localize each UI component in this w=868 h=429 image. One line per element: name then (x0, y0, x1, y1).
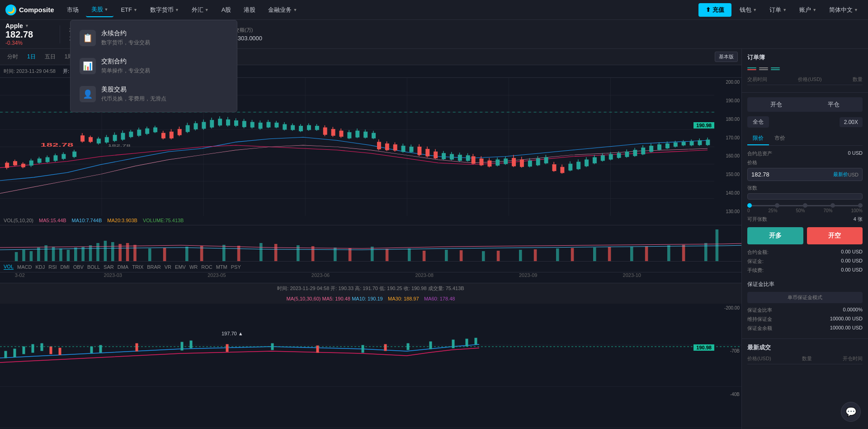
vol-ma10-label: MA10:7.744B (72, 218, 102, 223)
ind-rsi[interactable]: RSI (48, 264, 57, 270)
vol-ma5-label: MA5:15.44B (39, 218, 66, 223)
ind-obv[interactable]: OBV (73, 264, 84, 270)
ob-icon-1[interactable] (747, 65, 756, 72)
svg-rect-243 (0, 304, 741, 429)
ind-dmi[interactable]: DMI (61, 264, 70, 270)
sell-short-button[interactable]: 开空 (807, 227, 863, 244)
ind-macd[interactable]: MACD (17, 264, 32, 270)
leverage-selector[interactable]: 2.00X (840, 117, 863, 127)
time-btn-5d[interactable]: 五日 (41, 52, 59, 62)
nav-forex[interactable]: 外汇 ▼ (186, 3, 214, 17)
ind-vr[interactable]: VR (165, 264, 171, 270)
language-button[interactable]: 简体中文 ▼ (825, 3, 863, 17)
nav-financial[interactable]: 金融业务 ▼ (263, 3, 302, 17)
ob-header-qty: 数量 (853, 76, 863, 83)
basic-version-button[interactable]: 基本版 (715, 52, 738, 62)
leverage-slider-row[interactable]: 0 25% 50% 70% 100% (747, 205, 863, 213)
dropdown-us-trading[interactable]: 👤 美股交易 代币兑换，零费用，无滑点 (71, 80, 237, 108)
time-btn-minute[interactable]: 分时 (4, 52, 22, 62)
ind-vol[interactable]: VOL (4, 264, 14, 270)
ind-sar[interactable]: SAR (104, 264, 114, 270)
svg-rect-236 (460, 250, 463, 261)
stock-price: 182.78 (5, 29, 51, 40)
slider-dot-70[interactable] (830, 203, 835, 208)
margin-rate-label: 保证金比率 (747, 307, 772, 314)
ind-trix[interactable]: TRIX (132, 264, 143, 270)
ind-emv[interactable]: EMV (175, 264, 186, 270)
svg-rect-196 (30, 251, 33, 261)
full-position-button[interactable]: 全仓 (747, 116, 769, 128)
fee-label: 手续费: (747, 267, 764, 274)
nav-crypto[interactable]: 数字货币 ▼ (145, 3, 184, 17)
svg-rect-203 (81, 247, 85, 261)
slider-dot-25[interactable] (775, 203, 779, 208)
nav-us-stocks[interactable]: 美股 ▼ (86, 3, 114, 17)
chart-bottom-info: 时间: 2023-11-29 04:58 开: 190.33 高: 191.70… (277, 286, 464, 291)
ind-roc[interactable]: ROC (201, 264, 212, 270)
svg-rect-173 (642, 148, 645, 154)
open-position-tab[interactable]: 开仓 (747, 97, 805, 112)
indicator-bar: VOL MACD KDJ RSI DMI OBV BOLL SAR DMA TR… (0, 261, 741, 272)
stock-dropdown-icon[interactable]: ▼ (25, 24, 29, 28)
account-button[interactable]: 账户 ▼ (795, 3, 821, 17)
second-chart-canvas[interactable]: 197.70 ▲ 190.98 -200.00 -70B -40B -10B (0, 304, 741, 429)
latest-price-button[interactable]: 最新价 (833, 171, 848, 178)
svg-rect-220 (593, 248, 596, 261)
buy-long-button[interactable]: 开多 (747, 227, 803, 244)
logo-text: Composite (19, 6, 54, 14)
svg-rect-217 (482, 251, 485, 261)
ob-icon-3[interactable] (771, 65, 780, 72)
vol-label: VOL(5,10,20) (4, 218, 33, 223)
chat-button[interactable]: 💬 (841, 402, 861, 422)
svg-rect-227 (133, 245, 137, 261)
svg-rect-81 (121, 133, 124, 139)
ind-kdj[interactable]: KDJ (35, 264, 45, 270)
dropdown-perpetual[interactable]: 📋 永续合约 数字货币，专业交易 (71, 24, 237, 52)
logo[interactable]: 🌙 Composite (5, 5, 54, 15)
wallet-button[interactable]: 钱包 ▼ (735, 3, 761, 17)
price-field-input[interactable]: 182.78 最新价 USD (747, 168, 863, 181)
recharge-button[interactable]: ⬆ 充值 (698, 3, 731, 17)
trades-col-price: 价格(USD) (747, 355, 771, 362)
nav-market[interactable]: 市场 (61, 3, 84, 17)
contract-amount-row: 合约金额: 0.00 USD (747, 249, 863, 256)
date-label-6: 2023-09 (519, 272, 537, 278)
date-label-2: 2023-03 (104, 272, 122, 278)
margin-mode-button[interactable]: 单币保证金模式 (747, 292, 863, 303)
market-price-tab[interactable]: 市价 (769, 132, 791, 145)
quantity-field-input[interactable] (747, 193, 863, 200)
ind-wr[interactable]: WR (189, 264, 198, 270)
svg-rect-252 (90, 347, 93, 353)
slider-dot-100[interactable] (858, 203, 863, 208)
ind-mtm[interactable]: MTM (216, 264, 227, 270)
nav-a-shares[interactable]: A股 (216, 3, 237, 17)
us-trading-title: 美股交易 (101, 86, 166, 94)
order-button[interactable]: 订单 ▼ (765, 3, 791, 17)
ob-icon-2[interactable] (759, 65, 768, 72)
svg-rect-121 (307, 125, 311, 130)
trades-col-qty: 数量 (802, 355, 812, 362)
close-position-tab[interactable]: 平仓 (805, 97, 863, 112)
dropdown-delivery[interactable]: 📊 交割合约 简单操作，专业交易 (71, 52, 237, 80)
svg-rect-226 (126, 243, 129, 261)
stock-name: Apple (5, 22, 23, 29)
time-btn-1d[interactable]: 1日 (24, 52, 39, 62)
us-stocks-dropdown: 📋 永续合约 数字货币，专业交易 📊 交割合约 简单操作，专业交易 👤 美股交易… (70, 20, 237, 112)
svg-rect-151 (536, 159, 539, 165)
ind-dma[interactable]: DMA (118, 264, 128, 270)
nav-etf[interactable]: ETF ▼ (115, 4, 142, 16)
second-chart-price-overlay: 190.98 (693, 344, 714, 351)
price-currency: USD (848, 172, 859, 177)
nav-hk-stocks[interactable]: 港股 (238, 3, 261, 17)
slider-dot-0[interactable] (747, 203, 752, 208)
svg-rect-251 (41, 343, 43, 351)
price-type-tabs: 限价 市价 (747, 132, 863, 146)
svg-rect-61 (561, 167, 564, 173)
limit-price-tab[interactable]: 限价 (747, 132, 769, 145)
slider-dot-50[interactable] (803, 203, 807, 208)
chevron-down-icon: ▼ (175, 8, 179, 12)
available-label: 可开张数 (747, 216, 767, 223)
ind-brar[interactable]: BRAR (147, 264, 161, 270)
ind-boll[interactable]: BOLL (87, 264, 100, 270)
ind-psy[interactable]: PSY (231, 264, 241, 270)
